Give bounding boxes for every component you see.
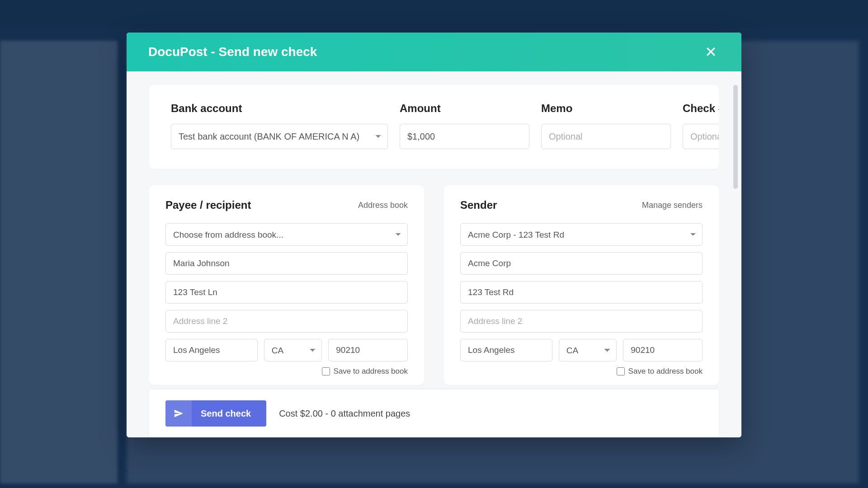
sender-name-input[interactable]	[460, 252, 703, 275]
sender-address2-input[interactable]	[460, 310, 703, 333]
sender-city-input[interactable]	[460, 339, 552, 361]
modal-footer: Send check Cost $2.00 - 0 attachment pag…	[149, 389, 719, 437]
payee-address1-input[interactable]	[165, 281, 408, 304]
memo-label: Memo	[541, 102, 671, 115]
check-details-card: Bank account Test bank account (BANK OF …	[149, 85, 719, 169]
close-button[interactable]: ✕	[702, 43, 720, 61]
paper-plane-icon	[165, 400, 192, 427]
sender-state-select[interactable]: CA	[559, 339, 617, 361]
payee-name-input[interactable]	[165, 252, 408, 275]
modal-body: Bank account Test bank account (BANK OF …	[127, 71, 741, 437]
bank-account-label: Bank account	[171, 102, 388, 115]
payee-state-select[interactable]: CA	[264, 339, 322, 361]
sender-address1-input[interactable]	[460, 281, 703, 304]
sender-select[interactable]: Acme Corp - 123 Test Rd	[460, 223, 703, 246]
sender-save-checkbox[interactable]	[617, 367, 625, 375]
amount-input[interactable]	[400, 124, 529, 149]
check-number-label: Check #	[683, 102, 719, 115]
payee-save-label: Save to address book	[334, 367, 408, 376]
payee-save-checkbox[interactable]	[322, 367, 330, 375]
payee-title: Payee / recipient	[165, 199, 251, 211]
sender-title: Sender	[460, 199, 497, 211]
address-book-link[interactable]: Address book	[358, 201, 408, 210]
payee-city-input[interactable]	[165, 339, 258, 361]
sender-panel: Sender Manage senders Acme Corp - 123 Te…	[444, 185, 719, 385]
memo-input[interactable]	[541, 124, 671, 149]
close-icon: ✕	[705, 43, 717, 61]
manage-senders-link[interactable]: Manage senders	[642, 201, 703, 210]
sender-save-label: Save to address book	[628, 367, 703, 376]
amount-label: Amount	[400, 102, 529, 115]
bank-account-select[interactable]: Test bank account (BANK OF AMERICA N A)	[171, 124, 388, 149]
modal-title: DocuPost - Send new check	[148, 45, 317, 59]
payee-panel: Payee / recipient Address book Choose fr…	[149, 185, 424, 385]
send-check-modal: DocuPost - Send new check ✕ Bank account…	[127, 33, 741, 437]
modal-header: DocuPost - Send new check ✕	[127, 33, 741, 71]
payee-address-book-select[interactable]: Choose from address book...	[165, 223, 408, 246]
payee-zip-input[interactable]	[328, 339, 408, 361]
check-number-input[interactable]	[683, 124, 719, 149]
scrollbar[interactable]	[733, 85, 738, 189]
send-check-button[interactable]: Send check	[165, 400, 266, 427]
sender-zip-input[interactable]	[623, 339, 703, 361]
cost-text: Cost $2.00 - 0 attachment pages	[279, 408, 410, 419]
payee-address2-input[interactable]	[165, 310, 408, 333]
